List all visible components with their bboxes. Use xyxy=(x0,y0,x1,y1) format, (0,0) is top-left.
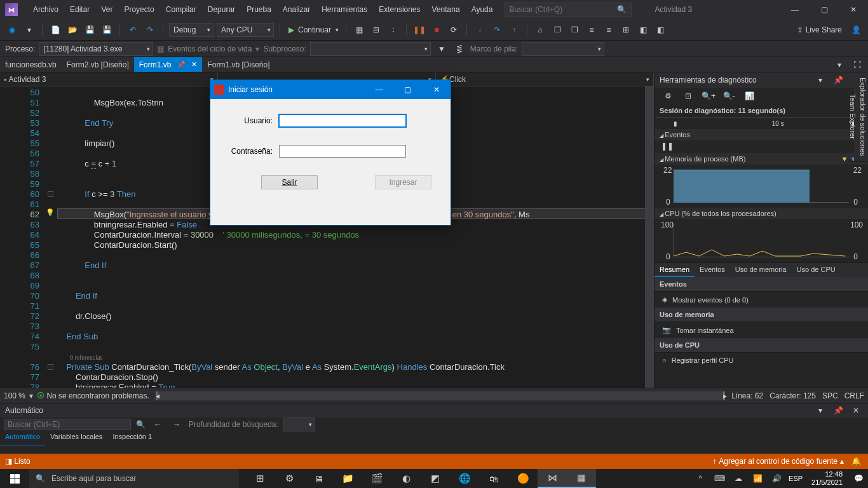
tab-form1-vb--dise-o-[interactable]: Form1.vb [Diseño] xyxy=(202,57,275,72)
nav-fwd-icon[interactable]: ▾ xyxy=(22,23,36,37)
tb-a-icon[interactable]: ⌂ xyxy=(533,23,547,37)
filter-icon[interactable]: ▼ xyxy=(435,42,449,56)
diag-menu-icon[interactable]: ▾ xyxy=(813,73,827,87)
tab-form1-vb[interactable]: Form1.vb📌✕ xyxy=(134,57,203,72)
nvidia-icon[interactable]: ◩ xyxy=(421,469,450,488)
tool-icon-3[interactable]: ： xyxy=(386,23,400,37)
menu-compilar[interactable]: Compilar xyxy=(160,0,202,19)
pause-icon[interactable]: ❚❚ xyxy=(412,23,426,37)
store-icon[interactable]: 🛍 xyxy=(479,469,508,488)
taskview-icon[interactable]: ⊞ xyxy=(245,469,275,488)
tab-form2-vb--dise-o-[interactable]: Form2.vb [Diseño] xyxy=(62,57,134,72)
member-dropdown[interactable]: ⚡ Click xyxy=(436,72,654,86)
running-app-icon[interactable]: ▦ xyxy=(567,469,596,488)
tab-funcionesdb-vb[interactable]: funcionesdb.vb xyxy=(0,57,62,72)
menu-ayuda[interactable]: Ayuda xyxy=(466,0,499,19)
tray-expand-icon[interactable]: ^ xyxy=(693,471,707,485)
tb-c-icon[interactable]: ❒ xyxy=(567,23,581,37)
tb-d-icon[interactable]: ≡ xyxy=(585,23,599,37)
save-icon[interactable]: 💾 xyxy=(83,23,97,37)
autos-search-input[interactable] xyxy=(4,419,131,430)
login-button[interactable]: Ingresar xyxy=(375,175,431,189)
open-icon[interactable]: 📂 xyxy=(65,23,79,37)
indent-mode[interactable]: SPC xyxy=(822,391,838,400)
diag-cpu-section[interactable]: CPU (% de todos los procesadores) xyxy=(654,208,868,219)
tool-icon-2[interactable]: ⊟ xyxy=(369,23,383,37)
project-dropdown[interactable]: ▪ Actividad 3 xyxy=(0,72,218,86)
chrome-icon[interactable]: 🌐 xyxy=(450,469,479,488)
take-snapshot-link[interactable]: 📷 Tomar instantánea xyxy=(654,322,868,338)
feedback-icon[interactable]: 👤 xyxy=(849,23,863,37)
tb-h-icon[interactable]: ◧ xyxy=(653,23,667,37)
maximize-button[interactable]: ▢ xyxy=(810,0,839,19)
diag-zoom-fit-icon[interactable]: ⊡ xyxy=(681,89,695,103)
close-button[interactable]: ✕ xyxy=(839,0,868,19)
taskbar-search[interactable]: 🔍 Escribe aquí para buscar xyxy=(29,469,239,488)
notifications-tray-icon[interactable]: 💬 xyxy=(851,471,865,485)
app1-icon[interactable]: 🖥 xyxy=(304,469,333,488)
quick-search-input[interactable] xyxy=(509,5,617,14)
volume-icon[interactable]: 🔊 xyxy=(770,471,783,485)
thread-icon[interactable]: ⋚ xyxy=(452,42,466,56)
step-out-icon[interactable]: ↑ xyxy=(507,23,521,37)
menu-herramientas[interactable]: Herramientas xyxy=(316,0,373,19)
tab-full-icon[interactable]: ⛶ xyxy=(850,58,864,72)
tab-menu-icon[interactable]: ▾ xyxy=(832,58,846,72)
password-input[interactable] xyxy=(279,145,406,158)
menu-archivo[interactable]: Archivo xyxy=(27,0,64,19)
zoom-level[interactable]: 100 % xyxy=(4,391,25,400)
bp-tab-variables-locales[interactable]: Variables locales xyxy=(45,431,107,445)
menu-ver[interactable]: Ver xyxy=(95,0,118,19)
tb-f-icon[interactable]: ⊞ xyxy=(619,23,633,37)
add-scm-button[interactable]: ↑ Agregar al control de código fuente ▴ xyxy=(712,457,844,466)
diag-tab-eventos[interactable]: Eventos xyxy=(695,263,730,277)
menu-analizar[interactable]: Analizar xyxy=(277,0,316,19)
restart-icon[interactable]: ⟳ xyxy=(447,23,461,37)
keyboard-icon[interactable]: ⌨ xyxy=(712,471,726,485)
redo-icon[interactable]: ↷ xyxy=(143,23,157,37)
steam-icon[interactable]: ◐ xyxy=(391,469,421,488)
diag-events-section[interactable]: Eventos xyxy=(654,129,868,140)
bp-tab-inspección-1[interactable]: Inspección 1 xyxy=(107,431,157,445)
browser-icon[interactable]: 🟠 xyxy=(508,469,538,488)
search-next-icon[interactable]: → xyxy=(170,417,184,431)
menu-depurar[interactable]: Depurar xyxy=(202,0,241,19)
exit-button[interactable]: Salir xyxy=(261,175,318,189)
lang-indicator[interactable]: ESP xyxy=(789,475,803,482)
config-dropdown[interactable]: Debug xyxy=(169,23,214,37)
user-input[interactable] xyxy=(279,114,406,127)
step-into-icon[interactable]: ↓ xyxy=(473,23,487,37)
diag-tab-uso-de-memoria[interactable]: Uso de memoria xyxy=(730,263,792,277)
app2-icon[interactable]: 🎬 xyxy=(362,469,391,488)
stop-icon[interactable]: ■ xyxy=(430,23,444,37)
line-endings[interactable]: CRLF xyxy=(844,391,864,400)
step-over-icon[interactable]: ↷ xyxy=(490,23,504,37)
save-all-icon[interactable]: 💾 xyxy=(100,23,114,37)
settings-icon[interactable]: ⚙ xyxy=(275,469,304,488)
menu-prueba[interactable]: Prueba xyxy=(241,0,277,19)
login-minimize-button[interactable]: — xyxy=(365,80,393,99)
onedrive-icon[interactable]: ☁ xyxy=(731,471,745,485)
show-events-link[interactable]: ◈ Mostrar eventos (0 de 0) xyxy=(654,292,868,308)
start-button[interactable] xyxy=(0,469,29,488)
vs-taskbar-icon[interactable]: ⋈ xyxy=(538,469,567,488)
process-dropdown[interactable]: [11280] Actividad 3.exe xyxy=(39,42,153,56)
quick-search[interactable]: 🔍 xyxy=(505,3,632,17)
menu-ventana[interactable]: Ventana xyxy=(426,0,466,19)
search-prev-icon[interactable]: ← xyxy=(151,417,165,431)
diag-tab-resumen[interactable]: Resumen xyxy=(654,263,695,277)
record-cpu-link[interactable]: ○ Registrar perfil CPU xyxy=(654,353,868,368)
tb-e-icon[interactable]: ≡ xyxy=(602,23,616,37)
live-share-button[interactable]: ⇪ Live Share xyxy=(793,25,846,34)
menu-proyecto[interactable]: Proyecto xyxy=(118,0,159,19)
diag-zoom-out-icon[interactable]: 🔍- xyxy=(722,89,736,103)
panel-pin-icon[interactable]: 📌 xyxy=(831,403,845,417)
clock[interactable]: 12:48 21/5/2021 xyxy=(808,470,846,487)
login-close-button[interactable]: ✕ xyxy=(422,80,451,99)
solution-explorer-tab[interactable]: Explorador de soluciones xyxy=(858,72,868,162)
team-explorer-tab[interactable]: Team Explorer xyxy=(848,72,858,162)
diag-pin-icon[interactable]: 📌 xyxy=(831,73,845,87)
diag-tab-uso-de-cpu[interactable]: Uso de CPU xyxy=(792,263,841,277)
platform-dropdown[interactable]: Any CPU xyxy=(217,23,274,37)
diag-gear-icon[interactable]: ⚙ xyxy=(661,89,675,103)
